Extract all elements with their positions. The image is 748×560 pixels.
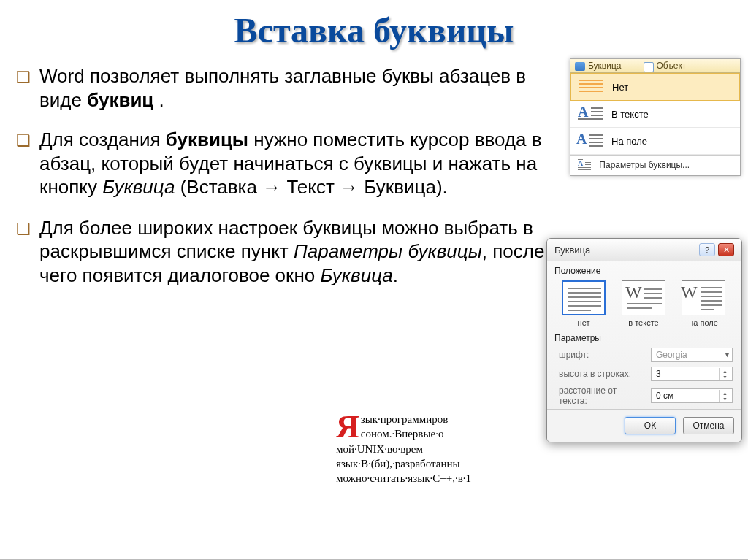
text: Для создания (39, 129, 166, 150)
help-button[interactable]: ? (699, 243, 715, 256)
slide-title: Вставка буквицы (0, 0, 748, 50)
ok-button[interactable]: ОК (625, 417, 676, 434)
text: Текст (281, 176, 340, 198)
menu-label: Параметры буквицы... (599, 160, 690, 170)
position-inmargin[interactable]: W на поле (679, 280, 728, 327)
arrow-icon: → (340, 177, 359, 198)
height-value: 3 (656, 369, 661, 379)
dropcap-dialog: Буквица ? ✕ Положение нет W (546, 238, 742, 442)
bullet-1: ❑ Word позволяет выполнять заглавные бук… (16, 64, 549, 112)
spinner-buttons[interactable]: ▲▼ (719, 368, 730, 380)
text: . (393, 264, 398, 286)
position-none-icon (562, 280, 606, 315)
text-italic: Буквица (102, 176, 175, 198)
inmargin-icon: A (578, 132, 603, 150)
bullet-icon: ❑ (16, 67, 31, 88)
distance-label: расстояние от текста: (559, 386, 645, 406)
option-label: нет (559, 318, 608, 327)
bullet-3: ❑ Для более широких настроек буквицы мож… (16, 216, 549, 288)
position-intext-icon: W (622, 280, 665, 315)
dialog-title: Буквица (554, 245, 590, 256)
spinner-buttons[interactable]: ▲▼ (719, 390, 730, 402)
chevron-down-icon: ▼ (724, 351, 730, 358)
text: Буквица). (359, 176, 448, 198)
menu-item-intext[interactable]: A В тексте (570, 101, 740, 128)
text-bold: буквицы (166, 129, 248, 150)
menu-label: В тексте (611, 109, 649, 120)
distance-row: расстояние от текста: 0 см ▲▼ (547, 384, 741, 409)
dropcap-letter: Я (336, 413, 359, 440)
up-icon: ▲ (719, 390, 730, 396)
font-row: шрифт: Georgia ▼ (547, 346, 741, 365)
object-ribbon-button[interactable]: Объект (644, 61, 687, 71)
content: ❑ Word позволяет выполнять заглавные бук… (16, 64, 549, 303)
section-position-label: Положение (547, 261, 741, 277)
position-none[interactable]: нет (559, 280, 608, 327)
text: . (153, 89, 164, 111)
height-row: высота в строках: 3 ▲▼ (547, 365, 741, 384)
arrow-icon: → (262, 177, 281, 198)
section-params-label: Параметры (547, 330, 741, 346)
intext-icon: A (578, 105, 603, 123)
text-italic: Параметры буквицы (294, 240, 482, 262)
menu-item-none[interactable]: Нет (570, 73, 740, 101)
position-options: нет W в тексте W на поле (547, 277, 741, 330)
bullet-icon: ❑ (16, 219, 31, 239)
cancel-button[interactable]: Отмена (683, 417, 734, 434)
menu-item-params[interactable]: A Параметры буквицы... (570, 155, 740, 175)
close-button[interactable]: ✕ (718, 243, 734, 256)
example-dropcap-text: Я зык·программиров соном.·Впервые·о мой·… (336, 412, 555, 486)
params-icon: A (578, 161, 591, 171)
menu-label: Нет (612, 82, 628, 93)
none-icon (579, 78, 603, 96)
font-label: шрифт: (559, 350, 645, 360)
position-intext[interactable]: W в тексте (619, 280, 668, 327)
option-label: в тексте (619, 318, 668, 327)
bullet-2: ❑ Для создания буквицы нужно поместить к… (16, 128, 549, 200)
distance-value: 0 см (656, 391, 673, 401)
height-label: высота в строках: (559, 369, 645, 379)
down-icon: ▼ (719, 396, 730, 402)
down-icon: ▼ (719, 374, 730, 380)
dialog-buttons: ОК Отмена (547, 409, 741, 442)
menu-item-inmargin[interactable]: A На поле (570, 128, 740, 155)
distance-spinner[interactable]: 0 см ▲▼ (651, 388, 733, 403)
position-inmargin-icon: W (682, 280, 725, 315)
dialog-titlebar: Буквица ? ✕ (547, 239, 741, 261)
text-bold: буквиц (87, 89, 153, 111)
text: (Вставка (175, 176, 262, 198)
dropcap-menu: Буквица Объект Нет A В тексте A На поле … (570, 58, 741, 176)
up-icon: ▲ (719, 368, 730, 374)
dropcap-ribbon-button[interactable]: Буквица (575, 61, 622, 71)
ribbon-header: Буквица Объект (570, 59, 740, 73)
menu-label: На поле (611, 136, 647, 147)
height-spinner[interactable]: 3 ▲▼ (651, 367, 733, 381)
option-label: на поле (679, 318, 728, 327)
text-italic: Буквица (320, 264, 392, 286)
font-value: Georgia (656, 350, 687, 360)
bullet-icon: ❑ (16, 131, 31, 151)
font-select[interactable]: Georgia ▼ (651, 348, 733, 362)
